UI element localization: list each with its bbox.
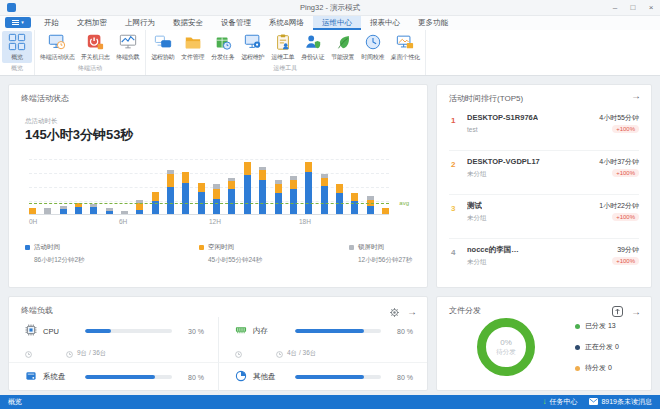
ribbon-button-概览[interactable]: 概览 [2,31,32,63]
chart-bar-9H [167,170,174,214]
terminal-name: DESKTOP-S1R976A [467,113,538,122]
legend-label: 锁屏时间 [358,243,384,252]
chart-bar-10H [182,172,189,214]
load-progress-bar [295,329,381,333]
tab-报表中心[interactable]: 报表中心 [361,16,409,30]
x-tick-6H: 6H [119,218,127,225]
load-progress-fill [85,329,111,333]
rank-number: 2 [451,160,455,169]
statusbar-view-label: 概览 [8,397,22,407]
clock-small-icon [25,344,32,362]
terminal-status-icon [48,33,66,53]
chart-bar-6H [121,211,128,214]
chart-bar-13H [228,178,235,214]
clock-small-icon [235,344,242,362]
ribbon-group-label: 运维工具 [148,63,423,75]
maximize-button[interactable]: □ [624,0,642,15]
ranking-row[interactable]: 2DESKTOP-VGDPL17未分组4小时37分钟+100% [449,151,639,195]
load-percent-value: 80 % [387,374,413,381]
panel-title: 文件分发 [449,305,481,316]
ribbon-button-时间校准[interactable]: 时间校准 [358,31,388,63]
ribbon-button-终端活动状态[interactable]: 终端活动状态 [37,31,78,63]
dist-legend-正在分发: 正在分发 0 [575,340,619,354]
terminal-activity-panel: 终端活动状态 总活动时长 145小时3分钟53秒 avg 0H6H12H18H … [8,84,428,288]
unread-messages-item[interactable]: 8919条未读消息 [589,397,652,407]
ribbon-button-文件管理[interactable]: 文件管理 [178,31,208,63]
minimize-button[interactable]: – [606,0,624,15]
legend-label-value: 已分发 13 [585,321,616,331]
status-bar: 概览 ↓ 任务中心 8919条未读消息 [0,395,660,409]
ribbon-group-概览: 概览概览 [0,30,35,75]
ribbon-button-桌面个性化[interactable]: 桌面个性化 [388,31,423,63]
tab-数据安全[interactable]: 数据安全 [164,16,212,30]
activity-time: 4小时37分钟 [599,157,639,167]
terminal-name: 测试 [467,201,482,211]
file-menu-button[interactable]: ▾ [5,17,31,28]
download-arrow-icon: ↓ [542,398,546,406]
activity-ranking-panel: 活动时间排行(TOP5) → 1DESKTOP-S1R976Atest4小时55… [436,84,652,288]
load-metric-label: 其他盘 [253,372,289,382]
system-disk-icon [25,368,37,386]
legend-label: 活动时间 [34,243,60,252]
terminal-name: DESKTOP-VGDPL17 [467,157,540,166]
chart-bar-22H [367,196,374,214]
load-metric-CPU: CPU30 %9台 / 36台 [9,317,218,362]
arrow-right-icon[interactable]: → [631,307,641,317]
chart-bar-15H [259,167,266,214]
ribbon-button-label: 远程协助 [151,53,174,62]
load-percent-value: 30 % [178,328,204,335]
task-center-label: 任务中心 [549,397,577,407]
ranking-row[interactable]: 3测试未分组1小时22分钟+100% [449,195,639,239]
terminal-group: test [467,126,477,133]
ribbon-button-运维工单[interactable]: 运维工单 [268,31,298,63]
ribbon-button-开关机日志[interactable]: 开关机日志 [78,31,113,63]
tab-文档加密[interactable]: 文档加密 [68,16,116,30]
memory-icon [235,322,247,340]
chart-bar-17H [290,176,297,214]
ranking-row[interactable]: 4nocce的李国…未分组39分钟+100% [449,239,639,283]
x-tick-18H: 18H [299,218,311,225]
arrow-right-icon[interactable]: → [631,91,641,101]
activity-time: 39分钟 [617,245,639,255]
arrow-right-icon[interactable]: → [407,307,417,317]
chart-bar-2H [60,206,67,214]
ribbon-button-节能设置[interactable]: 节能设置 [328,31,358,63]
chart-bar-0H [29,208,36,214]
load-metric-subline: 4台 / 36台 [235,344,413,362]
ribbon-button-远程维护[interactable]: 远程维护 [238,31,268,63]
ribbon-group-label: 终端活动 [37,63,143,75]
window-controls: – □ × [606,0,660,15]
donut-center: 0% 待分发 [477,318,535,376]
ribbon-button-label: 文件管理 [181,53,204,62]
legend-value: 86小时12分钟2秒 [34,256,85,265]
ribbon-button-label: 终端活动状态 [40,53,75,62]
x-tick-12H: 12H [209,218,221,225]
tab-系统&网络[interactable]: 系统&网络 [260,16,313,30]
activity-chart-bars [29,159,389,214]
ranking-row[interactable]: 1DESKTOP-S1R976Atest4小时55分钟+100% [449,107,639,151]
delta-badge: +100% [612,257,639,265]
tab-更多功能[interactable]: 更多功能 [409,16,457,30]
load-progress-fill [295,375,364,379]
ops-ticket-icon [274,33,292,53]
load-metric-subline: 9台 / 36台 [25,344,204,362]
ribbon-button-远程协助[interactable]: 远程协助 [148,31,178,63]
ribbon-button-终端负载[interactable]: 终端负载 [113,31,143,63]
load-progress-bar [295,375,381,379]
task-center-item[interactable]: ↓ 任务中心 [542,397,577,407]
ribbon-button-分发任务[interactable]: 分发任务 [208,31,238,63]
terminal-name: nocce的李国… [467,245,519,255]
tab-上网行为[interactable]: 上网行为 [116,16,164,30]
total-duration-label: 总活动时长 [25,117,58,126]
legend-dot [25,245,30,250]
close-button[interactable]: × [642,0,660,15]
tab-运维中心[interactable]: 运维中心 [313,16,361,30]
chart-bar-4H [90,204,97,214]
ribbon-button-身份认证[interactable]: 身份认证 [298,31,328,63]
ribbon-button-label: 远程维护 [241,53,264,62]
hamburger-icon [12,20,19,25]
load-metric-line: 系统盘80 % [25,368,204,386]
tab-设备管理[interactable]: 设备管理 [212,16,260,30]
tab-开始[interactable]: 开始 [35,16,68,30]
load-progress-bar [85,375,172,379]
